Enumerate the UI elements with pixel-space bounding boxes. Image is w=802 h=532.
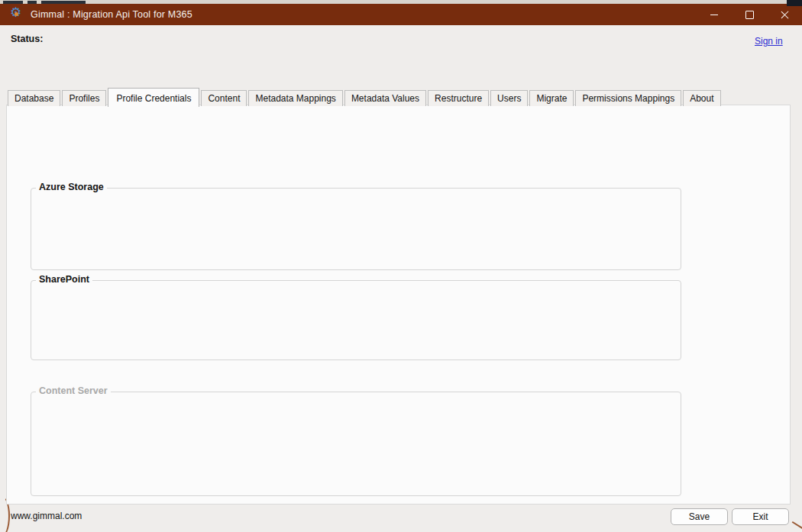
tab-profile-credentials[interactable]: Profile Credentials bbox=[108, 88, 199, 107]
tab-metadata-values[interactable]: Metadata Values bbox=[344, 90, 426, 106]
tab-users[interactable]: Users bbox=[490, 90, 528, 106]
titlebar: ⚙ Gimmal : Migration Api Tool for M365 bbox=[0, 4, 802, 25]
minimize-button[interactable] bbox=[697, 4, 732, 25]
background-fragment-top-right bbox=[787, 0, 802, 6]
save-button[interactable]: Save bbox=[671, 508, 728, 525]
exit-button[interactable]: Exit bbox=[732, 508, 789, 525]
tab-about[interactable]: About bbox=[683, 90, 720, 106]
tab-content[interactable]: Content bbox=[201, 90, 247, 106]
azure-storage-legend: Azure Storage bbox=[36, 182, 107, 192]
status-label: Status: bbox=[11, 34, 43, 44]
tab-migrate[interactable]: Migrate bbox=[529, 90, 574, 106]
close-button[interactable] bbox=[767, 4, 802, 25]
tab-profiles[interactable]: Profiles bbox=[62, 90, 106, 106]
app-gear-icon: ⚙ bbox=[10, 8, 24, 21]
tab-restructure[interactable]: Restructure bbox=[428, 90, 489, 106]
website-label: www.gimmal.com bbox=[11, 511, 82, 521]
background-fragment-bottom-right bbox=[792, 521, 802, 529]
window-controls bbox=[697, 4, 802, 25]
content-server-legend: Content Server bbox=[36, 385, 111, 396]
content-server-group: Content Server bbox=[31, 392, 681, 496]
close-icon bbox=[781, 11, 789, 19]
tab-metadata-mappings[interactable]: Metadata Mappings bbox=[248, 90, 342, 106]
window-title: Gimmal : Migration Api Tool for M365 bbox=[31, 9, 192, 20]
tab-permissions-mappings[interactable]: Permissions Mappings bbox=[575, 90, 681, 106]
top-sign-in-link[interactable]: Sign in bbox=[755, 36, 783, 47]
maximize-icon bbox=[745, 11, 754, 19]
sharepoint-group: SharePoint bbox=[31, 280, 681, 360]
minimize-icon bbox=[710, 15, 718, 15]
tab-database[interactable]: Database bbox=[8, 90, 60, 106]
tab-strip: Database Profiles Profile Credentials Co… bbox=[8, 88, 723, 106]
sharepoint-legend: SharePoint bbox=[36, 274, 92, 285]
maximize-button[interactable] bbox=[732, 4, 767, 25]
azure-storage-group: Azure Storage bbox=[31, 188, 681, 270]
